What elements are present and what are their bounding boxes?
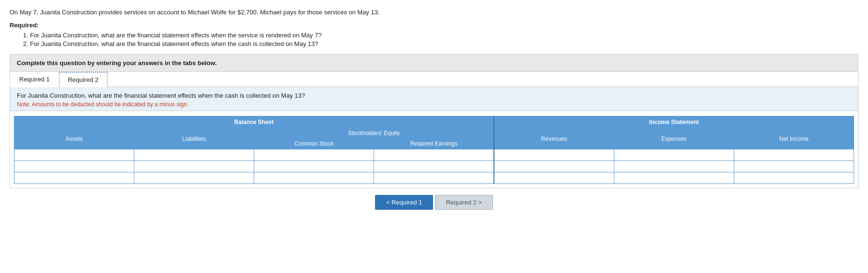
tab-required2[interactable]: Required 2 [59, 72, 108, 87]
list-item-2: 2. For Juanita Construction, what are th… [23, 40, 858, 47]
assets-input-3[interactable] [14, 172, 134, 183]
retained-earnings-input-3[interactable] [374, 172, 493, 183]
assets-label: Assets [66, 136, 83, 142]
stockholders-equity-label: Stockholders' Equity [348, 130, 399, 136]
common-stock-label: Common Stock [294, 140, 334, 147]
net-income-cell-1[interactable] [734, 149, 854, 161]
common-stock-input-3[interactable] [254, 172, 374, 183]
liabilities-label: Liabilities [182, 136, 206, 142]
assets-cell-3[interactable] [14, 172, 134, 184]
liabilities-cell-1[interactable] [134, 149, 254, 161]
liabilities-input-3[interactable] [134, 172, 254, 183]
tab-content: For Juanita Construction, what are the f… [10, 87, 858, 111]
assets-cell-1[interactable] [14, 149, 134, 161]
net-income-label: Net Income [779, 136, 809, 142]
net-income-input-2[interactable] [734, 161, 854, 172]
tab-required1-label: Required 1 [19, 76, 50, 83]
tabs-row: Required 1 Required 2 [10, 72, 858, 87]
net-income-input-3[interactable] [734, 172, 854, 183]
required2-button[interactable]: Required 2 > [435, 195, 493, 210]
income-statement-label: Income Statement [649, 119, 699, 125]
required1-button[interactable]: < Required 1 [375, 195, 433, 210]
tab-required1[interactable]: Required 1 [10, 72, 59, 87]
numbered-list: 1. For Juanita Construction, what are th… [23, 32, 858, 47]
tabs-container: Required 1 Required 2 For Juanita Constr… [10, 72, 858, 188]
assets-cell-2[interactable] [14, 161, 134, 172]
table-row [14, 172, 854, 184]
required-label: Required: [10, 22, 858, 29]
common-stock-cell-1[interactable] [254, 149, 374, 161]
net-income-header: Net Income [734, 128, 854, 149]
net-income-input-1[interactable] [734, 149, 854, 160]
net-income-cell-3[interactable] [734, 172, 854, 184]
expenses-cell-3[interactable] [614, 172, 734, 184]
assets-input-1[interactable] [14, 149, 134, 160]
expenses-cell-1[interactable] [614, 149, 734, 161]
tab-note: Note: Amounts to be deducted should be i… [17, 101, 851, 108]
revenues-input-3[interactable] [494, 172, 614, 183]
instruction-text: Complete this question by entering your … [17, 59, 217, 67]
common-stock-header: Common Stock [254, 138, 374, 149]
revenues-cell-3[interactable] [494, 172, 614, 184]
liabilities-cell-2[interactable] [134, 161, 254, 172]
nav-buttons: < Required 1 Required 2 > [10, 195, 858, 210]
common-stock-cell-3[interactable] [254, 172, 374, 184]
stockholders-equity-header: Stockholders' Equity [254, 128, 494, 138]
liabilities-input-1[interactable] [134, 149, 254, 160]
table-row [14, 161, 854, 172]
liabilities-cell-3[interactable] [134, 172, 254, 184]
expenses-input-3[interactable] [614, 172, 734, 183]
liabilities-header: Liabilities [134, 128, 254, 149]
common-stock-input-2[interactable] [254, 161, 374, 172]
revenues-input-1[interactable] [494, 149, 614, 160]
income-statement-header: Income Statement [494, 116, 854, 128]
expenses-input-2[interactable] [614, 161, 734, 172]
revenues-input-2[interactable] [494, 161, 614, 172]
retained-earnings-header: Retained Earnings [374, 138, 494, 149]
assets-input-2[interactable] [14, 161, 134, 172]
expenses-input-1[interactable] [614, 149, 734, 160]
assets-header: Assets [14, 128, 134, 149]
tab-required2-label: Required 2 [68, 76, 99, 83]
list-item-1: 1. For Juanita Construction, what are th… [23, 32, 858, 39]
balance-sheet-label: Balance Sheet [235, 119, 274, 125]
retained-earnings-label: Retained Earnings [410, 140, 457, 147]
revenues-label: Revenues [541, 136, 567, 142]
liabilities-input-2[interactable] [134, 161, 254, 172]
retained-earnings-input-2[interactable] [374, 161, 493, 172]
expenses-label: Expenses [661, 136, 687, 142]
financial-table: Balance Sheet Income Statement Assets Li… [14, 116, 854, 184]
intro-text: On May 7, Juanita Construction provides … [10, 9, 858, 16]
common-stock-input-1[interactable] [254, 149, 374, 160]
table-row [14, 149, 854, 161]
tab-question: For Juanita Construction, what are the f… [17, 92, 851, 99]
revenues-cell-2[interactable] [494, 161, 614, 172]
header-row-2: Assets Liabilities Stockholders' Equity … [14, 128, 854, 138]
instruction-box: Complete this question by entering your … [10, 54, 858, 72]
retained-earnings-cell-3[interactable] [374, 172, 494, 184]
retained-earnings-input-1[interactable] [374, 149, 493, 160]
common-stock-cell-2[interactable] [254, 161, 374, 172]
table-wrapper: Balance Sheet Income Statement Assets Li… [10, 111, 858, 188]
revenues-cell-1[interactable] [494, 149, 614, 161]
retained-earnings-cell-1[interactable] [374, 149, 494, 161]
header-row-1: Balance Sheet Income Statement [14, 116, 854, 128]
net-income-cell-2[interactable] [734, 161, 854, 172]
required1-button-label: < Required 1 [386, 199, 422, 206]
expenses-header: Expenses [614, 128, 734, 149]
expenses-cell-2[interactable] [614, 161, 734, 172]
revenues-header: Revenues [494, 128, 614, 149]
balance-sheet-header: Balance Sheet [14, 116, 494, 128]
retained-earnings-cell-2[interactable] [374, 161, 494, 172]
required2-button-label: Required 2 > [446, 199, 482, 206]
